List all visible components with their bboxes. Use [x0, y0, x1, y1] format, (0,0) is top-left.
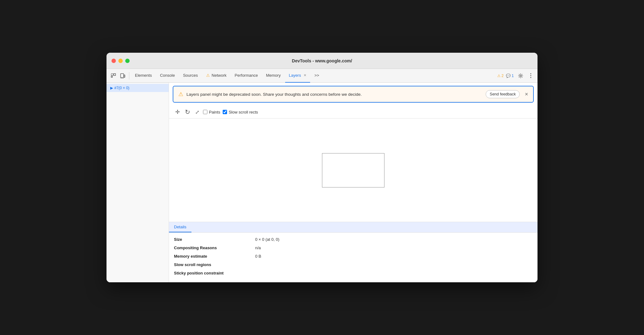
detail-val-memory: 0 B: [255, 254, 261, 259]
send-feedback-button[interactable]: Send feedback: [486, 90, 520, 98]
paints-label: Paints: [209, 110, 220, 114]
toolbar-divider: [129, 72, 129, 80]
titlebar: DevTools - www.google.com/: [107, 53, 537, 69]
detail-row-sticky: Sticky position constraint: [174, 269, 533, 277]
detail-row-slow-scroll: Slow scroll regions: [174, 260, 533, 269]
svg-point-6: [520, 75, 522, 76]
slow-scroll-checkbox[interactable]: [223, 110, 227, 114]
detail-key-size: Size: [174, 237, 255, 242]
warning-triangle-icon: ⚠: [497, 74, 501, 78]
layer-visualization: [322, 153, 384, 187]
layers-canvas: [169, 119, 537, 222]
minimize-button[interactable]: [118, 59, 123, 63]
pan-tool-icon[interactable]: ✛: [174, 108, 181, 116]
tab-layers[interactable]: Layers ✕: [285, 69, 310, 83]
details-header: Details: [169, 222, 191, 232]
detail-key-sticky: Sticky position constraint: [174, 271, 255, 275]
detail-row-size: Size 0 × 0 (at 0, 0): [174, 235, 533, 244]
inspect-icon[interactable]: [109, 71, 118, 80]
window-title: DevTools - www.google.com/: [292, 58, 352, 63]
settings-icon[interactable]: [516, 71, 525, 80]
banner-message: Layers panel might be deprecated soon. S…: [186, 92, 483, 97]
detail-key-memory: Memory estimate: [174, 254, 255, 259]
details-table: Size 0 × 0 (at 0, 0) Compositing Reasons…: [169, 233, 537, 282]
svg-rect-4: [124, 75, 125, 77]
svg-rect-0: [111, 74, 113, 75]
detail-val-size: 0 × 0 (at 0, 0): [255, 237, 280, 242]
svg-rect-2: [114, 74, 116, 75]
tab-memory[interactable]: Memory: [262, 69, 285, 83]
detail-row-memory: Memory estimate 0 B: [174, 252, 533, 260]
layers-sidebar: ▶ #7(0 × 0): [107, 83, 169, 282]
more-tabs-button[interactable]: >>: [311, 69, 323, 83]
more-options-icon[interactable]: [526, 71, 535, 80]
devtools-toolbar: Elements Console Sources ⚠ Network Perfo…: [107, 69, 537, 83]
toolbar-right: ⚠ 2 💬 1: [497, 71, 535, 80]
layers-content: ⚠ Layers panel might be deprecated soon.…: [169, 83, 537, 282]
deprecation-banner: ⚠ Layers panel might be deprecated soon.…: [173, 86, 534, 103]
slow-scroll-checkbox-label[interactable]: Slow scroll rects: [223, 110, 258, 114]
three-dots-icon: [528, 73, 534, 79]
tab-elements[interactable]: Elements: [131, 69, 156, 83]
tab-performance[interactable]: Performance: [231, 69, 261, 83]
sidebar-item-layer1[interactable]: ▶ #7(0 × 0): [107, 84, 169, 92]
detail-val-compositing: n/a: [255, 245, 261, 250]
svg-rect-1: [111, 76, 112, 77]
info-badge[interactable]: 💬 1: [506, 74, 514, 78]
layers-view-toolbar: ✛ ↻ ⤢ Paints Slow scroll rects: [169, 106, 537, 119]
comment-icon: 💬: [506, 74, 511, 78]
detail-key-slow-scroll: Slow scroll regions: [174, 262, 255, 267]
tab-sources[interactable]: Sources: [179, 69, 202, 83]
details-section: Details Size 0 × 0 (at 0, 0) Compositing…: [169, 222, 537, 282]
paints-checkbox-label[interactable]: Paints: [203, 110, 220, 114]
detail-row-compositing: Compositing Reasons n/a: [174, 244, 533, 252]
main-content: ▶ #7(0 × 0) ⚠ Layers panel might be depr…: [107, 83, 537, 282]
maximize-button[interactable]: [125, 59, 130, 63]
rotate-tool-icon[interactable]: ↻: [184, 108, 191, 116]
detail-key-compositing: Compositing Reasons: [174, 245, 255, 250]
devtools-window: DevTools - www.google.com/ Elements Cons…: [107, 53, 537, 282]
device-toggle-icon[interactable]: [118, 71, 127, 80]
banner-close-icon[interactable]: ×: [525, 91, 528, 98]
expand-arrow-icon: ▶: [110, 86, 113, 90]
paints-checkbox[interactable]: [203, 110, 207, 114]
banner-warning-icon: ⚠: [178, 91, 183, 98]
tab-network[interactable]: ⚠ Network: [202, 69, 230, 83]
close-button[interactable]: [111, 59, 116, 63]
warning-badge[interactable]: ⚠ 2: [497, 74, 504, 78]
window-controls: [111, 59, 130, 63]
resize-tool-icon[interactable]: ⤢: [194, 109, 201, 116]
network-warning-icon: ⚠: [206, 73, 210, 78]
tab-console[interactable]: Console: [156, 69, 179, 83]
tab-close-icon[interactable]: ✕: [304, 73, 306, 77]
slow-scroll-label: Slow scroll rects: [229, 110, 258, 114]
